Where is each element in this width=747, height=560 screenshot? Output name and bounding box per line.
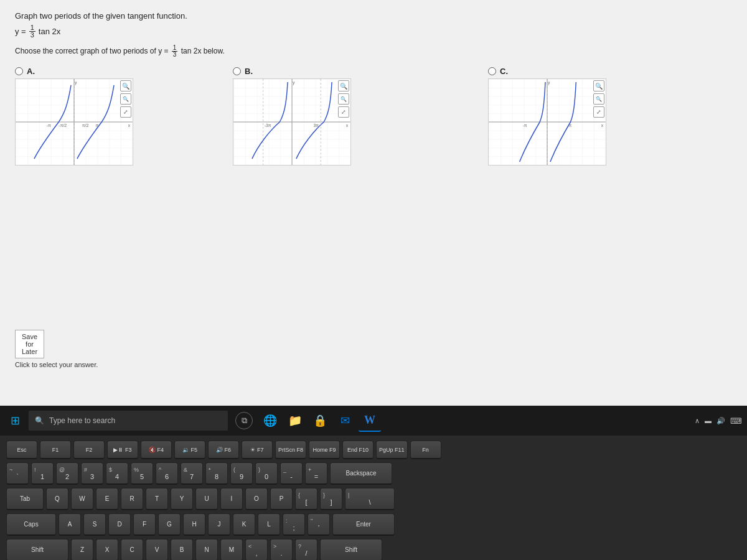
svg-text:x: x (128, 123, 131, 128)
key-t[interactable]: T (146, 488, 168, 510)
key-s[interactable]: S (83, 513, 106, 536)
key-m[interactable]: M (220, 539, 243, 560)
key-p[interactable]: P (270, 488, 293, 510)
taskbar-app-file[interactable]: 🔒 (309, 409, 331, 432)
radio-a[interactable] (15, 67, 23, 75)
task-view-button[interactable]: ⧉ (235, 412, 253, 429)
key-comma[interactable]: <, (245, 539, 268, 560)
key-z[interactable]: Z (71, 539, 93, 560)
radio-b[interactable] (233, 67, 241, 75)
key-a[interactable]: A (59, 513, 81, 536)
svg-text:π/2: π/2 (82, 123, 89, 128)
key-lbracket[interactable]: {[ (295, 488, 317, 510)
key-f[interactable]: F (133, 513, 156, 536)
key-esc[interactable]: Esc (6, 441, 37, 459)
option-b-letter: B. (245, 67, 253, 76)
key-f1[interactable]: F1 (40, 441, 71, 459)
key-w[interactable]: W (71, 488, 93, 510)
key-9[interactable]: (9 (230, 462, 253, 485)
display-icon[interactable]: ▬ (705, 417, 712, 424)
key-period[interactable]: >. (270, 539, 293, 560)
radio-c[interactable] (488, 67, 496, 75)
graph-b-container[interactable]: y x -3π 3π 🔍 🔍 ⤢ (233, 78, 351, 166)
resize-a[interactable]: ⤢ (120, 106, 131, 118)
key-fn[interactable]: Fn (410, 441, 441, 459)
zoom-in-b[interactable]: 🔍 (338, 80, 349, 91)
key-8[interactable]: *8 (205, 462, 228, 485)
zoom-in-a[interactable]: 🔍 (120, 80, 131, 91)
key-f3[interactable]: ▶⏸ F3 (107, 441, 138, 459)
key-enter[interactable]: Enter (332, 513, 395, 536)
key-v[interactable]: V (146, 539, 168, 560)
key-shift-left[interactable]: Shift (6, 539, 68, 560)
key-f10[interactable]: End F10 (342, 441, 374, 459)
key-0[interactable]: )0 (255, 462, 278, 485)
key-n[interactable]: N (195, 539, 218, 560)
key-q[interactable]: Q (46, 488, 68, 510)
graph-a-container[interactable]: y x -π π -π/2 π/2 🔍 🔍 (15, 78, 133, 166)
key-slash[interactable]: ?/ (295, 539, 317, 560)
key-6[interactable]: ^6 (156, 462, 178, 485)
key-i[interactable]: I (220, 488, 243, 510)
key-1[interactable]: !1 (31, 462, 54, 485)
key-u[interactable]: U (195, 488, 218, 510)
svg-text:-3π: -3π (265, 123, 271, 128)
key-r[interactable]: R (121, 488, 143, 510)
key-e[interactable]: E (96, 488, 118, 510)
key-y[interactable]: Y (171, 488, 193, 510)
zoom-in-c2[interactable]: 🔍 (593, 93, 604, 105)
key-f6[interactable]: 🔊 F6 (208, 441, 239, 459)
key-4[interactable]: $4 (106, 462, 128, 485)
key-b[interactable]: B (171, 539, 193, 560)
key-g[interactable]: G (158, 513, 181, 536)
key-o[interactable]: O (245, 488, 268, 510)
key-f7[interactable]: ☀ F7 (242, 441, 273, 459)
taskbar-app-explorer[interactable]: 📁 (284, 409, 306, 432)
save-for-later-button[interactable]: Save for Later (15, 330, 44, 358)
key-rbracket[interactable]: }] (320, 488, 342, 510)
key-quote[interactable]: "' (308, 513, 330, 536)
key-c[interactable]: C (121, 539, 143, 560)
key-2[interactable]: @2 (56, 462, 78, 485)
key-minus[interactable]: _- (280, 462, 303, 485)
key-f2[interactable]: F2 (73, 441, 105, 459)
key-semicolon[interactable]: :; (283, 513, 305, 536)
taskbar-app-mail[interactable]: ✉ (334, 409, 356, 432)
key-5[interactable]: %5 (131, 462, 153, 485)
key-x[interactable]: X (96, 539, 118, 560)
key-k[interactable]: K (233, 513, 255, 536)
key-d[interactable]: D (108, 513, 131, 536)
key-f9[interactable]: Home F9 (309, 441, 340, 459)
key-tab[interactable]: Tab (6, 488, 44, 510)
zoom-in-b2[interactable]: 🔍 (338, 93, 349, 105)
resize-c[interactable]: ⤢ (593, 106, 604, 118)
key-f4[interactable]: 🔇 F4 (141, 441, 172, 459)
key-backslash[interactable]: |\ (345, 488, 395, 510)
key-h[interactable]: H (183, 513, 205, 536)
taskbar-app-edge[interactable]: 🌐 (259, 409, 281, 432)
taskbar-app-word[interactable]: W (359, 409, 381, 432)
key-f11[interactable]: PgUp F11 (376, 441, 408, 459)
start-button[interactable]: ⊞ (5, 411, 25, 431)
key-shift-right[interactable]: Shift (320, 539, 382, 560)
key-7[interactable]: &7 (181, 462, 203, 485)
key-backspace[interactable]: Backspace (330, 462, 392, 485)
search-bar[interactable]: 🔍 Type here to search (29, 411, 228, 431)
zoom-in-c[interactable]: 🔍 (593, 80, 604, 91)
keyboard-icon[interactable]: ⌨ (730, 416, 742, 426)
option-c-letter: C. (500, 67, 508, 76)
key-caps[interactable]: Caps (6, 513, 56, 536)
key-backtick[interactable]: ~` (6, 462, 29, 485)
key-equals[interactable]: += (305, 462, 327, 485)
key-l[interactable]: L (258, 513, 280, 536)
resize-b[interactable]: ⤢ (338, 106, 349, 118)
chevron-up-icon[interactable]: ∧ (695, 417, 700, 425)
key-3[interactable]: #3 (81, 462, 103, 485)
key-f8[interactable]: PrtScn F8 (275, 441, 306, 459)
graph-c-container[interactable]: y x -π π 🔍 🔍 ⤢ (488, 78, 606, 166)
equation-display: y = 1 3 tan 2x (15, 24, 732, 39)
key-f5[interactable]: 🔉 F5 (174, 441, 205, 459)
zoom-in-a2[interactable]: 🔍 (120, 93, 131, 105)
volume-icon[interactable]: 🔊 (716, 417, 725, 425)
key-j[interactable]: J (208, 513, 230, 536)
